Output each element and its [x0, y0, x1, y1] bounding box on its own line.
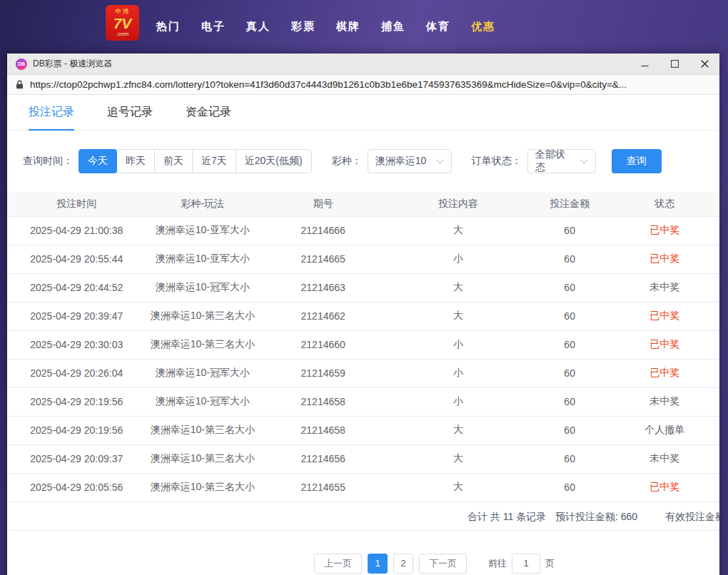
cell-time: 2025-04-29 20:39:47 [7, 302, 146, 330]
maximize-icon [671, 60, 679, 68]
window-controls [630, 54, 719, 74]
logo-top-text: 申博 [116, 9, 130, 16]
tab[interactable]: 资金记录 [186, 95, 231, 130]
cell-amount: 60 [530, 444, 610, 473]
cell-time: 2025-04-29 20:44:52 [7, 273, 146, 302]
lottery-select[interactable]: 澳洲幸运10 [368, 149, 452, 173]
nav-item[interactable]: 彩票 [291, 20, 315, 34]
cell-content: 大 [387, 416, 530, 444]
table-row: 2025-04-29 21:00:38澳洲幸运10-亚军大小21214666大6… [7, 216, 719, 245]
address-bar: https://ctop02pchwp1.zfnc84.com/lottery/… [7, 74, 719, 95]
cell-time: 2025-04-29 20:26:04 [7, 359, 146, 387]
chevron-down-icon [436, 157, 443, 164]
cell-game: 澳洲幸运10-冠军大小 [146, 387, 259, 416]
column-header: 投注内容 [387, 192, 530, 216]
cell-amount: 60 [530, 245, 610, 273]
record-tabs: 投注记录追号记录资金记录 [7, 95, 719, 131]
cell-issue: 21214663 [259, 273, 387, 302]
next-page-button[interactable]: 下一页 [419, 554, 467, 574]
main-nav: 热门电子真人彩票棋牌捕鱼体育优惠 [156, 0, 495, 54]
close-icon [701, 60, 709, 68]
goto-page-input[interactable] [512, 554, 540, 574]
table-row: 2025-04-29 20:44:52澳洲幸运10-冠军大小21214663大6… [7, 273, 719, 302]
cell-issue: 21214658 [259, 416, 387, 444]
nav-item[interactable]: 体育 [426, 20, 450, 34]
logo-main-text: 7V [113, 15, 132, 31]
time-filter-button[interactable]: 今天 [79, 149, 117, 173]
cell-status: 个人撤单 [610, 416, 719, 444]
cell-issue: 21214665 [259, 245, 387, 273]
cell-game: 澳洲幸运10-第三名大小 [146, 302, 259, 330]
column-header: 投注金额 [530, 192, 610, 216]
cell-status: 已中奖 [610, 330, 719, 359]
url-input[interactable]: https://ctop02pchwp1.zfnc84.com/lottery/… [30, 79, 711, 90]
cell-content: 小 [387, 387, 530, 416]
prev-page-button[interactable]: 上一页 [314, 554, 362, 574]
cell-content: 大 [387, 473, 530, 502]
site-header: 申博 7V .com 热门电子真人彩票棋牌捕鱼体育优惠 [0, 0, 728, 54]
goto-page: 前往 页 [488, 554, 555, 574]
close-button[interactable] [689, 54, 719, 74]
cell-amount: 60 [530, 302, 610, 330]
cell-status: 已中奖 [610, 216, 719, 245]
maximize-button[interactable] [659, 54, 689, 74]
page-numbers: 12 [362, 554, 413, 574]
nav-item[interactable]: 电子 [201, 20, 226, 34]
time-filter-button[interactable]: 昨天 [116, 149, 155, 173]
cell-amount: 60 [530, 273, 610, 302]
minimize-button[interactable] [630, 54, 659, 74]
chevron-down-icon [580, 157, 587, 164]
cell-status: 未中奖 [610, 273, 719, 302]
table-row: 2025-04-29 20:30:03澳洲幸运10-第三名大小21214660小… [7, 330, 719, 359]
time-filter-button[interactable]: 前天 [154, 149, 193, 173]
tab[interactable]: 追号记录 [107, 95, 153, 130]
nav-item[interactable]: 优惠 [471, 20, 495, 34]
time-filter-label: 查询时间： [23, 155, 73, 168]
page-number-button[interactable]: 2 [393, 554, 413, 574]
cell-content: 大 [387, 273, 530, 302]
column-header: 投注时间 [7, 192, 146, 216]
page-number-button[interactable]: 1 [368, 554, 388, 574]
cell-content: 大 [387, 216, 530, 245]
nav-item[interactable]: 真人 [246, 20, 271, 34]
valid-amount-text: 有效投注金额 [665, 511, 719, 524]
nav-item[interactable]: 捕鱼 [381, 20, 405, 34]
cell-game: 澳洲幸运10-第三名大小 [146, 416, 259, 444]
cell-content: 大 [387, 302, 530, 330]
site-logo[interactable]: 申博 7V .com [106, 5, 139, 41]
cell-status: 未中奖 [610, 444, 719, 473]
cell-amount: 60 [530, 473, 610, 502]
lottery-page: 投注记录追号记录资金记录 查询时间： 今天昨天前天近7天近20天(低频) 彩种：… [7, 95, 719, 575]
order-status-select[interactable]: 全部状态 [527, 149, 596, 173]
search-button[interactable]: 查询 [612, 149, 662, 173]
nav-item[interactable]: 热门 [156, 20, 181, 34]
cell-content: 大 [387, 444, 530, 473]
cell-time: 2025-04-29 20:19:56 [7, 387, 146, 416]
cell-issue: 21214666 [259, 216, 387, 245]
cell-content: 小 [387, 245, 530, 273]
cell-game: 澳洲幸运10-冠军大小 [146, 359, 259, 387]
goto-unit: 页 [545, 557, 555, 570]
time-filter-button[interactable]: 近7天 [192, 149, 236, 173]
browser-window: DB DB彩票 - 极速浏览器 https://ctop02pchwp1.zfn… [7, 54, 719, 575]
cell-issue: 21214658 [259, 387, 387, 416]
cell-amount: 60 [530, 416, 610, 444]
cell-game: 澳洲幸运10-第三名大小 [146, 330, 259, 359]
lock-icon [16, 80, 24, 89]
table-row: 2025-04-29 20:19:56澳洲幸运10-第三名大小21214658大… [7, 416, 719, 444]
cell-time: 2025-04-29 20:09:37 [7, 444, 146, 473]
nav-item[interactable]: 棋牌 [336, 20, 360, 34]
cell-amount: 60 [530, 359, 610, 387]
time-filter-button[interactable]: 近20天(低频) [236, 149, 312, 173]
tab[interactable]: 投注记录 [29, 95, 74, 130]
order-status-value: 全部状态 [535, 148, 575, 174]
cell-game: 澳洲幸运10-冠军大小 [146, 273, 259, 302]
browser-titlebar[interactable]: DB DB彩票 - 极速浏览器 [7, 54, 719, 74]
logo-suffix-text: .com [116, 31, 128, 37]
screen: 申博 7V .com 热门电子真人彩票棋牌捕鱼体育优惠 DB DB彩票 - 极速… [0, 0, 728, 575]
table-row: 2025-04-29 20:26:04澳洲幸运10-冠军大小21214659小6… [7, 359, 719, 387]
cell-issue: 21214655 [259, 473, 387, 502]
cell-status: 未中奖 [610, 387, 719, 416]
window-title: DB彩票 - 极速浏览器 [33, 58, 630, 70]
cell-amount: 60 [530, 330, 610, 359]
